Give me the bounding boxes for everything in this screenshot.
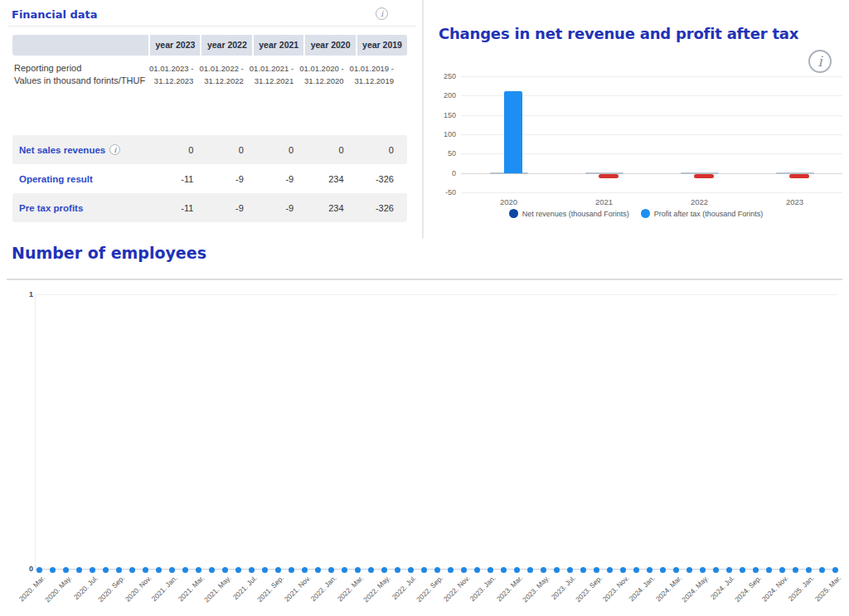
profit-after-tax-bar [694, 174, 714, 179]
x-tick-label: 2024. Jan. [628, 574, 657, 603]
x-tick-label: 2020. Nov. [123, 574, 153, 604]
gridline [461, 192, 842, 193]
data-point [448, 567, 454, 573]
x-tick-label: 2023. Sep. [574, 574, 604, 604]
cell-value: 0 [198, 145, 248, 155]
gridline [36, 294, 837, 295]
data-point [143, 567, 148, 573]
cell-value: -326 [349, 203, 399, 213]
data-point [686, 567, 692, 573]
data-point [116, 567, 122, 573]
x-tick-label: 2021. Jan. [150, 574, 179, 603]
data-point [660, 567, 666, 573]
data-point [633, 567, 639, 573]
legend-label: Net revenues (thousand Forints) [522, 210, 629, 218]
gridline [461, 76, 842, 77]
y-axis-tick: 0 [431, 169, 456, 177]
y-axis-tick: 50 [431, 149, 456, 158]
data-point [368, 567, 374, 573]
financial-table: year 2023year 2022year 2021year 2020year… [12, 35, 407, 222]
info-icon[interactable]: i [376, 7, 388, 20]
row-label: Operating result [12, 174, 148, 184]
data-point [607, 567, 613, 573]
table-row: Net sales revenuesi00000 [12, 135, 407, 164]
data-point [488, 567, 493, 573]
data-point [408, 567, 414, 573]
data-point [90, 567, 95, 573]
year-column-header: year 2022 [201, 35, 251, 56]
x-axis-tick: 2020 [484, 197, 534, 206]
profit-after-tax-bar [504, 91, 522, 173]
x-tick-label: 2020. May. [43, 574, 73, 604]
x-tick-label: 2022. Sep. [415, 574, 444, 604]
period-from: 01.01.2021 - [249, 62, 294, 75]
row-label-text: Net sales revenues [19, 145, 105, 155]
data-point [647, 567, 653, 573]
legend-item[interactable]: Profit after tax (thousand Forints) [641, 209, 764, 218]
data-point [342, 567, 347, 573]
period-to: 31.12.2019 [349, 75, 394, 87]
legend-item[interactable]: Net revenues (thousand Forints) [509, 209, 629, 218]
profit-after-tax-bar [789, 174, 809, 179]
data-point [235, 567, 241, 573]
data-point [594, 567, 599, 573]
data-point [302, 567, 308, 573]
data-point [381, 567, 387, 573]
data-point [819, 567, 825, 573]
data-point [36, 567, 42, 573]
cell-value: 234 [298, 174, 348, 184]
data-point [766, 567, 772, 573]
data-point [474, 567, 480, 573]
data-point [103, 567, 109, 573]
cell-value: 234 [298, 203, 348, 213]
cell-value: -11 [148, 174, 198, 184]
row-label-text: Pre tax profits [19, 203, 83, 213]
x-tick-label: 2025. Mar. [813, 574, 842, 603]
data-point [355, 567, 361, 573]
row-label: Net sales revenuesi [12, 144, 148, 155]
info-icon[interactable]: i [109, 144, 120, 155]
year-column-header: year 2020 [305, 35, 355, 56]
revenue-profit-chart-panel: Changes in net revenue and profit after … [423, 0, 849, 239]
data-point [753, 567, 759, 573]
data-point [262, 567, 268, 573]
table-row: Pre tax profits-11-9-9234-326 [12, 193, 407, 222]
cell-value: -9 [249, 203, 298, 213]
cell-value: 0 [298, 145, 348, 155]
year-column-header: year 2021 [254, 35, 303, 56]
data-point [580, 567, 586, 573]
data-point [156, 567, 162, 573]
x-tick-label: 2022. Mar. [336, 574, 365, 603]
info-icon[interactable]: i [808, 50, 832, 73]
data-point [50, 567, 56, 573]
cell-value: -9 [198, 174, 248, 184]
data-point [182, 567, 188, 573]
legend-dot [641, 209, 650, 218]
y-axis-tick: 250 [431, 72, 456, 80]
year-column-header: year 2019 [357, 35, 407, 56]
x-tick-label: 2021. Sep. [255, 574, 285, 604]
x-tick-label: 2023. Mar. [495, 574, 524, 603]
data-point [249, 567, 255, 573]
data-point [328, 567, 334, 573]
data-point [289, 567, 294, 573]
data-point [700, 567, 706, 573]
data-point [275, 567, 281, 573]
header-empty-cell [12, 35, 148, 56]
cell-value: 0 [148, 145, 198, 155]
data-point [514, 567, 520, 573]
row-label: Pre tax profits [12, 203, 148, 213]
legend-dot [509, 209, 518, 218]
x-tick-label: 2022. Jan. [309, 574, 338, 603]
data-point [421, 567, 427, 573]
data-point [726, 567, 732, 573]
data-point [541, 567, 546, 573]
x-axis-tick: 2021 [580, 197, 629, 206]
year-column-header: year 2023 [150, 35, 200, 56]
y-axis-tick: 150 [431, 111, 456, 119]
data-point [209, 567, 215, 573]
data-point [779, 567, 785, 573]
table-spacer [12, 87, 407, 135]
chart-title: Changes in net revenue and profit after … [439, 25, 842, 42]
period-cell: 01.01.2022 -31.12.2022 [198, 62, 248, 87]
